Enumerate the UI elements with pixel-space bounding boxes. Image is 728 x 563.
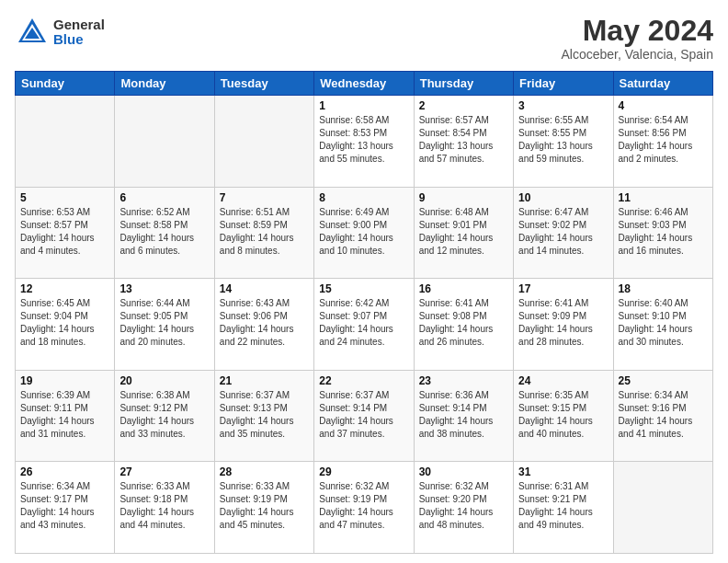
header-friday: Friday bbox=[514, 72, 613, 96]
day-number: 13 bbox=[119, 282, 209, 295]
month-title: May 2024 bbox=[561, 15, 713, 47]
day-info: Sunrise: 6:55 AM Sunset: 8:55 PM Dayligh… bbox=[518, 114, 608, 166]
day-number: 20 bbox=[119, 374, 209, 387]
day-number: 29 bbox=[319, 465, 408, 478]
table-row: 21Sunrise: 6:37 AM Sunset: 9:13 PM Dayli… bbox=[214, 370, 313, 462]
table-row: 22Sunrise: 6:37 AM Sunset: 9:14 PM Dayli… bbox=[314, 370, 414, 462]
calendar-week-row: 19Sunrise: 6:39 AM Sunset: 9:11 PM Dayli… bbox=[16, 370, 713, 462]
day-info: Sunrise: 6:46 AM Sunset: 9:03 PM Dayligh… bbox=[619, 206, 708, 258]
header-sunday: Sunday bbox=[16, 72, 115, 96]
day-info: Sunrise: 6:37 AM Sunset: 9:13 PM Dayligh… bbox=[220, 389, 309, 441]
logo-text: General Blue bbox=[53, 17, 105, 48]
day-info: Sunrise: 6:34 AM Sunset: 9:17 PM Dayligh… bbox=[20, 480, 109, 532]
day-number: 14 bbox=[220, 282, 309, 295]
day-number: 21 bbox=[220, 374, 309, 387]
day-number: 4 bbox=[619, 99, 708, 112]
table-row: 4Sunrise: 6:54 AM Sunset: 8:56 PM Daylig… bbox=[613, 96, 712, 188]
day-number: 10 bbox=[518, 191, 608, 204]
day-info: Sunrise: 6:51 AM Sunset: 8:59 PM Dayligh… bbox=[220, 206, 309, 258]
day-info: Sunrise: 6:44 AM Sunset: 9:05 PM Dayligh… bbox=[119, 297, 209, 349]
table-row: 30Sunrise: 6:32 AM Sunset: 9:20 PM Dayli… bbox=[414, 462, 513, 554]
weekday-header-row: Sunday Monday Tuesday Wednesday Thursday… bbox=[16, 72, 713, 96]
table-row: 7Sunrise: 6:51 AM Sunset: 8:59 PM Daylig… bbox=[214, 187, 313, 279]
logo-blue: Blue bbox=[53, 32, 105, 48]
day-number: 2 bbox=[419, 99, 508, 112]
day-number: 8 bbox=[319, 191, 408, 204]
header: General Blue May 2024 Alcoceber, Valenci… bbox=[15, 15, 713, 62]
table-row: 29Sunrise: 6:32 AM Sunset: 9:19 PM Dayli… bbox=[314, 462, 414, 554]
table-row: 24Sunrise: 6:35 AM Sunset: 9:15 PM Dayli… bbox=[514, 370, 613, 462]
day-info: Sunrise: 6:36 AM Sunset: 9:14 PM Dayligh… bbox=[419, 389, 508, 441]
day-number: 15 bbox=[319, 282, 408, 295]
day-number: 7 bbox=[220, 191, 309, 204]
table-row bbox=[214, 96, 313, 188]
table-row: 17Sunrise: 6:41 AM Sunset: 9:09 PM Dayli… bbox=[514, 279, 613, 371]
day-info: Sunrise: 6:49 AM Sunset: 9:00 PM Dayligh… bbox=[319, 206, 408, 258]
table-row: 23Sunrise: 6:36 AM Sunset: 9:14 PM Dayli… bbox=[414, 370, 513, 462]
day-number: 30 bbox=[419, 465, 508, 478]
calendar-week-row: 1Sunrise: 6:58 AM Sunset: 8:53 PM Daylig… bbox=[16, 96, 713, 188]
day-number: 25 bbox=[619, 374, 708, 387]
table-row: 12Sunrise: 6:45 AM Sunset: 9:04 PM Dayli… bbox=[16, 279, 115, 371]
day-info: Sunrise: 6:34 AM Sunset: 9:16 PM Dayligh… bbox=[619, 389, 708, 441]
day-info: Sunrise: 6:33 AM Sunset: 9:19 PM Dayligh… bbox=[220, 480, 309, 532]
header-wednesday: Wednesday bbox=[314, 72, 414, 96]
day-number: 23 bbox=[419, 374, 508, 387]
day-number: 19 bbox=[20, 374, 109, 387]
table-row: 5Sunrise: 6:53 AM Sunset: 8:57 PM Daylig… bbox=[16, 187, 115, 279]
day-info: Sunrise: 6:57 AM Sunset: 8:54 PM Dayligh… bbox=[419, 114, 508, 166]
table-row bbox=[115, 96, 214, 188]
header-thursday: Thursday bbox=[414, 72, 513, 96]
day-info: Sunrise: 6:43 AM Sunset: 9:06 PM Dayligh… bbox=[220, 297, 309, 349]
logo-general: General bbox=[53, 17, 105, 33]
table-row: 14Sunrise: 6:43 AM Sunset: 9:06 PM Dayli… bbox=[214, 279, 313, 371]
table-row: 26Sunrise: 6:34 AM Sunset: 9:17 PM Dayli… bbox=[16, 462, 115, 554]
day-info: Sunrise: 6:35 AM Sunset: 9:15 PM Dayligh… bbox=[518, 389, 608, 441]
day-info: Sunrise: 6:38 AM Sunset: 9:12 PM Dayligh… bbox=[119, 389, 209, 441]
day-info: Sunrise: 6:41 AM Sunset: 9:09 PM Dayligh… bbox=[518, 297, 608, 349]
day-number: 31 bbox=[518, 465, 608, 478]
day-number: 27 bbox=[119, 465, 209, 478]
table-row: 11Sunrise: 6:46 AM Sunset: 9:03 PM Dayli… bbox=[613, 187, 712, 279]
day-number: 5 bbox=[20, 191, 109, 204]
table-row: 6Sunrise: 6:52 AM Sunset: 8:58 PM Daylig… bbox=[115, 187, 214, 279]
calendar-page: General Blue May 2024 Alcoceber, Valenci… bbox=[0, 0, 728, 563]
day-number: 24 bbox=[518, 374, 608, 387]
table-row: 18Sunrise: 6:40 AM Sunset: 9:10 PM Dayli… bbox=[613, 279, 712, 371]
day-number: 9 bbox=[419, 191, 508, 204]
table-row: 28Sunrise: 6:33 AM Sunset: 9:19 PM Dayli… bbox=[214, 462, 313, 554]
day-info: Sunrise: 6:53 AM Sunset: 8:57 PM Dayligh… bbox=[20, 206, 109, 258]
logo: General Blue bbox=[15, 15, 105, 50]
calendar-week-row: 5Sunrise: 6:53 AM Sunset: 8:57 PM Daylig… bbox=[16, 187, 713, 279]
table-row: 10Sunrise: 6:47 AM Sunset: 9:02 PM Dayli… bbox=[514, 187, 613, 279]
day-number: 1 bbox=[319, 99, 408, 112]
day-info: Sunrise: 6:31 AM Sunset: 9:21 PM Dayligh… bbox=[518, 480, 608, 532]
day-number: 26 bbox=[20, 465, 109, 478]
table-row: 9Sunrise: 6:48 AM Sunset: 9:01 PM Daylig… bbox=[414, 187, 513, 279]
header-saturday: Saturday bbox=[613, 72, 712, 96]
day-info: Sunrise: 6:54 AM Sunset: 8:56 PM Dayligh… bbox=[619, 114, 708, 166]
day-info: Sunrise: 6:58 AM Sunset: 8:53 PM Dayligh… bbox=[319, 114, 408, 166]
table-row: 1Sunrise: 6:58 AM Sunset: 8:53 PM Daylig… bbox=[314, 96, 414, 188]
day-info: Sunrise: 6:45 AM Sunset: 9:04 PM Dayligh… bbox=[20, 297, 109, 349]
table-row: 16Sunrise: 6:41 AM Sunset: 9:08 PM Dayli… bbox=[414, 279, 513, 371]
day-info: Sunrise: 6:39 AM Sunset: 9:11 PM Dayligh… bbox=[20, 389, 109, 441]
day-info: Sunrise: 6:48 AM Sunset: 9:01 PM Dayligh… bbox=[419, 206, 508, 258]
day-info: Sunrise: 6:42 AM Sunset: 9:07 PM Dayligh… bbox=[319, 297, 408, 349]
day-number: 3 bbox=[518, 99, 608, 112]
day-info: Sunrise: 6:37 AM Sunset: 9:14 PM Dayligh… bbox=[319, 389, 408, 441]
table-row: 2Sunrise: 6:57 AM Sunset: 8:54 PM Daylig… bbox=[414, 96, 513, 188]
table-row: 27Sunrise: 6:33 AM Sunset: 9:18 PM Dayli… bbox=[115, 462, 214, 554]
day-info: Sunrise: 6:32 AM Sunset: 9:20 PM Dayligh… bbox=[419, 480, 508, 532]
title-area: May 2024 Alcoceber, Valencia, Spain bbox=[561, 15, 713, 62]
calendar-week-row: 26Sunrise: 6:34 AM Sunset: 9:17 PM Dayli… bbox=[16, 462, 713, 554]
day-info: Sunrise: 6:41 AM Sunset: 9:08 PM Dayligh… bbox=[419, 297, 508, 349]
day-number: 11 bbox=[619, 191, 708, 204]
table-row: 15Sunrise: 6:42 AM Sunset: 9:07 PM Dayli… bbox=[314, 279, 414, 371]
header-monday: Monday bbox=[115, 72, 214, 96]
table-row: 8Sunrise: 6:49 AM Sunset: 9:00 PM Daylig… bbox=[314, 187, 414, 279]
day-number: 17 bbox=[518, 282, 608, 295]
day-number: 12 bbox=[20, 282, 109, 295]
location: Alcoceber, Valencia, Spain bbox=[561, 47, 713, 62]
header-tuesday: Tuesday bbox=[214, 72, 313, 96]
